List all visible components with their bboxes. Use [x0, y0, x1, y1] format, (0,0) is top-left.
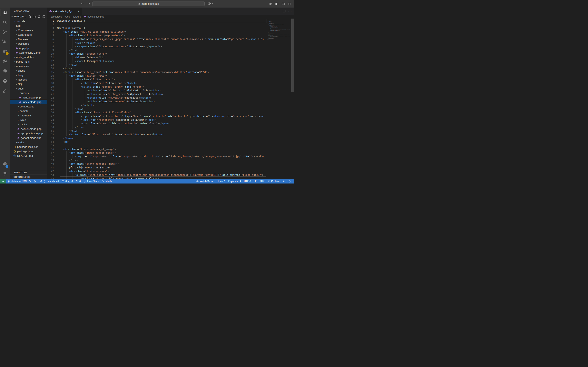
tree-item-lang[interactable]: ›lang [10, 73, 47, 77]
tree-item-composants[interactable]: ›Composants [10, 28, 47, 33]
live-share-button[interactable]: Live Share [82, 179, 100, 184]
tree-item-vendor[interactable]: ›vendor [10, 140, 47, 145]
tree-item-public-html[interactable]: ›public_html [10, 59, 47, 64]
horizontal-scrollbar[interactable] [60, 176, 266, 177]
breadcrumb-auteurs[interactable]: auteurs [72, 15, 81, 18]
git-branch-status-label: Auteurs-HTML [11, 180, 27, 183]
go-live-button[interactable]: Go Live [266, 179, 281, 184]
breadcrumb-ressources[interactable]: ressources [50, 15, 62, 18]
refresh-icon[interactable] [38, 15, 41, 18]
minify-button[interactable]: Minify [100, 179, 113, 184]
encoding[interactable]: UTF-8 [242, 179, 252, 184]
collapse-folders-icon[interactable] [42, 15, 45, 18]
launchpad-button[interactable]: Launchpad [38, 179, 60, 184]
tab-index-blade-php[interactable]: index.blade.php × [47, 8, 82, 15]
code-text: <h1>Nos Auteurs</h1> [57, 56, 104, 59]
code-text: <select class="select__trier" name="trie… [57, 85, 144, 88]
breadcrumb-vues[interactable]: vues [65, 15, 70, 18]
new-folder-icon[interactable] [33, 15, 36, 18]
code-editor[interactable]: 1@extends('gabarit')23@section('contenu'… [47, 18, 294, 179]
tree-item-modeles[interactable]: ›Modeles [10, 37, 47, 42]
back-arrow-icon[interactable] [81, 2, 84, 6]
tree-item-utilitaires[interactable]: ›Utilitaires [10, 42, 47, 46]
tree-item-index-blade-php[interactable]: index.blade.php [10, 100, 47, 104]
forward-arrow-icon[interactable] [87, 2, 90, 6]
tree-item-app-php[interactable]: App.php [10, 46, 47, 50]
tree-item-fiche-blade-php[interactable]: fiche.blade.php [10, 95, 47, 100]
tree-item-ressources[interactable]: ›ressources [10, 64, 47, 68]
tree-item-label: .vscode [16, 20, 25, 23]
new-file-icon[interactable] [28, 15, 31, 18]
tree-item-panier[interactable]: ›panier [10, 122, 47, 127]
eol[interactable]: LF [252, 179, 258, 184]
indentation[interactable]: Espaces : 4 [227, 179, 242, 184]
tab-close-icon[interactable]: × [77, 9, 80, 13]
source-control-icon[interactable] [0, 27, 10, 37]
tree-item-node-modules[interactable]: ›node_modules [10, 55, 47, 59]
toggle-secondary-sidebar-icon[interactable] [288, 2, 291, 6]
tree-item-label: app [16, 24, 21, 27]
git-graph-circle-icon[interactable] [0, 57, 10, 66]
command-center-search[interactable]: marj_pasteque [92, 1, 205, 6]
tree-item-package-lock-json[interactable]: {}package-lock.json [10, 145, 47, 149]
outline-section[interactable]: ›STRUCTURE [10, 170, 47, 175]
copilot-status[interactable] [281, 179, 287, 184]
extensions-icon[interactable]: ! [0, 47, 10, 57]
cursor-position[interactable]: L 1, col 1 [214, 179, 227, 184]
gitlens-circle-icon[interactable] [0, 66, 10, 76]
toggle-primary-sidebar-icon[interactable] [275, 2, 278, 6]
chevron-right-icon: › [15, 78, 18, 81]
tree-item-auteurs[interactable]: ›auteurs [10, 91, 47, 95]
github-icon[interactable] [0, 76, 10, 86]
tree-item-apropos-blade-php[interactable]: apropos.blade.php [10, 131, 47, 136]
timeline-section[interactable]: ›CHRONOLOGIE [10, 175, 47, 179]
tree-item-vues[interactable]: ›vues [10, 86, 47, 91]
tree-item-sql[interactable]: ›SQL [10, 82, 47, 86]
tree-item-cache[interactable]: ›cache [10, 68, 47, 73]
line-number: 35 [47, 144, 57, 147]
workspace-root-row[interactable]: MARJ_PA... [10, 14, 47, 19]
ports-indicator[interactable]: 0 [74, 179, 82, 184]
editor-more-actions-icon[interactable]: ··· [288, 9, 292, 13]
tree-item-readme-md[interactable]: ⓘREADME.md [10, 154, 47, 158]
explorer-icon[interactable] [0, 8, 10, 17]
tree-item-fragments[interactable]: ›fragments [10, 113, 47, 118]
tree-item-controleurs[interactable]: ›Controleurs [10, 33, 47, 37]
cursor-position-label: L 1, col 1 [216, 180, 225, 183]
notifications-bell[interactable] [287, 179, 292, 184]
remote-indicator[interactable]: >< [0, 179, 6, 184]
watch-sass-button[interactable]: Watch Sass [195, 179, 214, 184]
live-share-icon[interactable] [0, 86, 10, 96]
tree-item-connexionbd-php[interactable]: ConnexionBD.php [10, 50, 47, 55]
tree-item-livres[interactable]: ›livres [10, 118, 47, 122]
tree-item-app[interactable]: ›app [10, 24, 47, 28]
line-number: 17 [47, 78, 57, 81]
indent-guide [66, 37, 67, 41]
line-number: 25 [47, 107, 57, 111]
search-icon[interactable] [0, 17, 10, 27]
vertical-scrollbar[interactable] [291, 18, 294, 92]
settings-gear-icon[interactable] [0, 169, 10, 179]
split-editor-icon[interactable] [283, 9, 286, 13]
indent-guide [78, 103, 78, 107]
problems-indicator[interactable]: 00 [60, 179, 74, 184]
language-mode[interactable]: PHP [258, 179, 266, 184]
breadcrumb-index-blade-php[interactable]: index.blade.php [84, 15, 104, 18]
tree-item-accueil-blade-php[interactable]: accueil.blade.php [10, 127, 47, 131]
views-more-actions-icon[interactable]: ··· [42, 9, 45, 12]
minimap[interactable]: @extends('gabarit')@section('contenu') <… [267, 18, 291, 179]
toggle-panel-icon[interactable] [282, 2, 285, 6]
copilot-menu[interactable] [208, 2, 214, 5]
git-graph-button[interactable] [33, 179, 38, 184]
code-line-21: 21 <option value="alpha_decroi">Alphabet… [47, 92, 267, 96]
accounts-icon[interactable]: 2 [0, 159, 10, 169]
tree-item--vscode[interactable]: ›.vscode [10, 19, 47, 24]
run-and-debug-icon[interactable] [0, 37, 10, 47]
customize-layout-icon[interactable] [269, 2, 272, 6]
tree-item-compte[interactable]: ›compte [10, 109, 47, 113]
git-branch-status[interactable]: Auteurs-HTML [6, 179, 33, 184]
tree-item-gabarit-blade-php[interactable]: gabarit.blade.php [10, 136, 47, 140]
tree-item-composants[interactable]: ›composants [10, 104, 47, 109]
tree-item-package-json[interactable]: {}package.json [10, 149, 47, 154]
tree-item-liaisons[interactable]: ›liaisons [10, 77, 47, 82]
